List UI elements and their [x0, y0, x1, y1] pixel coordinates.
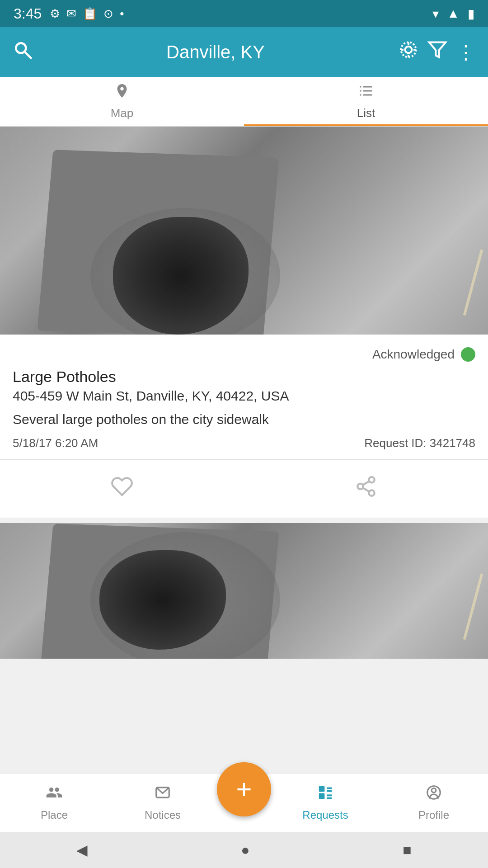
more-options-icon[interactable]: ⋮	[456, 41, 475, 63]
acknowledged-label: Acknowledged	[372, 347, 455, 362]
requests-icon	[317, 784, 334, 805]
app-bar-title: Danville, KY	[42, 42, 389, 62]
card-1-description: Several large potholes on the city sidew…	[13, 412, 475, 427]
place-icon	[46, 784, 63, 805]
status-time: 3:45	[14, 5, 42, 22]
card-1-title: Large Potholes	[13, 368, 475, 386]
share-icon	[355, 475, 377, 503]
map-pin-icon	[114, 83, 130, 103]
back-button[interactable]: ◀	[76, 841, 88, 859]
tab-map[interactable]: Map	[0, 77, 244, 126]
nav-requests-label: Requests	[302, 809, 348, 821]
status-icons: ⚙ ✉ 📋 ⊙ •	[50, 7, 124, 21]
svg-point-15	[369, 477, 375, 483]
sync-icon: ⊙	[103, 7, 113, 21]
svg-rect-21	[319, 786, 325, 792]
road-line-2	[463, 574, 483, 640]
nav-place-label: Place	[41, 809, 68, 821]
system-nav-bar: ◀ ● ■	[0, 832, 488, 868]
svg-line-18	[363, 488, 369, 491]
svg-rect-22	[319, 793, 325, 799]
screen-icon: 📋	[83, 7, 97, 21]
card-1-request-id: Request ID: 3421748	[364, 436, 475, 450]
nav-notices-label: Notices	[145, 809, 181, 821]
nav-place[interactable]: Place	[0, 774, 108, 832]
mail-icon: ✉	[66, 7, 76, 21]
nav-notices[interactable]: Notices	[108, 774, 217, 832]
like-button[interactable]	[104, 471, 140, 507]
card-1-address: 405-459 W Main St, Danville, KY, 40422, …	[13, 388, 475, 404]
svg-line-1	[25, 52, 31, 58]
location-target-icon[interactable]	[399, 40, 418, 64]
tab-list[interactable]: List	[244, 77, 488, 126]
pothole-background-2	[0, 523, 488, 659]
card-1-image	[0, 127, 488, 335]
card-2-image	[0, 523, 488, 659]
svg-marker-8	[429, 42, 446, 57]
bottom-nav: Place Notices + Requests	[0, 773, 488, 832]
battery-icon: ▮	[468, 6, 474, 21]
card-1: Acknowledged Large Potholes 405-459 W Ma…	[0, 127, 488, 518]
main-content: Acknowledged Large Potholes 405-459 W Ma…	[0, 127, 488, 782]
share-button[interactable]	[348, 471, 384, 507]
nav-add-fab[interactable]: +	[217, 762, 271, 816]
status-left: 3:45 ⚙ ✉ 📋 ⊙ •	[14, 5, 124, 22]
svg-point-28	[432, 788, 436, 793]
list-icon	[358, 83, 374, 103]
profile-icon	[425, 784, 442, 805]
tab-map-label: Map	[111, 106, 134, 120]
svg-point-17	[369, 490, 375, 496]
svg-point-2	[405, 47, 412, 53]
svg-line-19	[363, 481, 369, 485]
nav-requests[interactable]: Requests	[271, 774, 380, 832]
dot-icon: •	[120, 7, 124, 21]
card-1-meta: 5/18/17 6:20 AM Request ID: 3421748	[13, 436, 475, 450]
recent-button[interactable]: ■	[403, 842, 411, 859]
status-dot-green	[461, 347, 475, 362]
nav-profile-label: Profile	[418, 809, 449, 821]
card-1-body: Acknowledged Large Potholes 405-459 W Ma…	[0, 335, 488, 450]
card-1-status: Acknowledged	[13, 347, 475, 362]
signal-icon: ▲	[447, 6, 460, 21]
wifi-icon: ▾	[432, 6, 439, 21]
app-bar: Danville, KY ⋮	[0, 27, 488, 77]
tab-list-label: List	[357, 106, 375, 120]
tab-bar: Map List	[0, 77, 488, 127]
svg-point-16	[357, 483, 363, 489]
card-1-date: 5/18/17 6:20 AM	[13, 436, 98, 450]
pothole-background	[0, 127, 488, 335]
search-icon[interactable]	[13, 40, 33, 64]
status-bar: 3:45 ⚙ ✉ 📋 ⊙ • ▾ ▲ ▮	[0, 0, 488, 27]
nav-profile[interactable]: Profile	[380, 774, 488, 832]
card-2	[0, 523, 488, 659]
card-1-actions	[0, 460, 488, 518]
heart-icon	[111, 475, 133, 503]
notices-icon	[154, 784, 171, 805]
road-line	[463, 250, 483, 316]
status-right: ▾ ▲ ▮	[432, 6, 474, 21]
gear-icon: ⚙	[50, 7, 60, 21]
home-button[interactable]: ●	[241, 842, 249, 859]
filter-icon[interactable]	[427, 40, 447, 64]
add-icon: +	[236, 776, 252, 803]
